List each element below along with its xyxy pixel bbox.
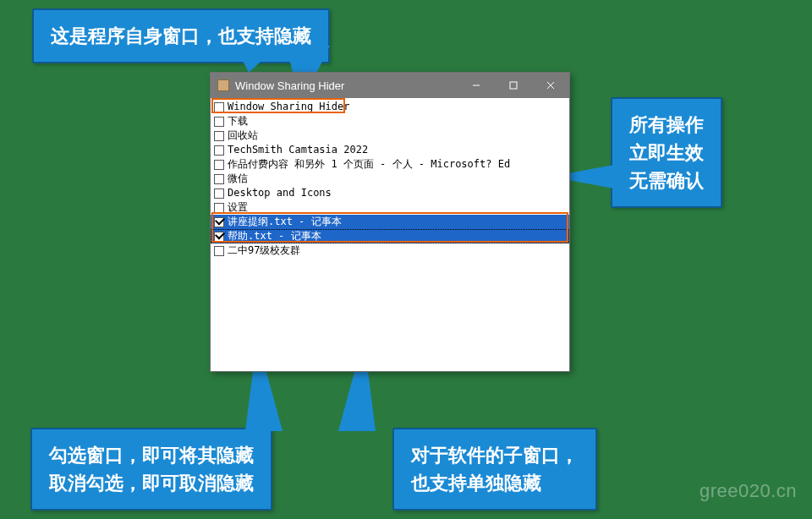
list-item[interactable]: 微信: [211, 172, 569, 186]
checkbox[interactable]: [214, 160, 224, 170]
minimize-button[interactable]: [458, 73, 495, 98]
maximize-button[interactable]: [495, 73, 532, 98]
callout-arrow-icon: [237, 49, 274, 73]
checkbox[interactable]: [214, 217, 224, 227]
list-item-label: 回收站: [228, 128, 258, 143]
list-item[interactable]: 设置: [211, 200, 569, 215]
list-item-label: 帮助.txt - 记事本: [228, 229, 321, 243]
list-item-label: Desktop and Icons: [228, 186, 332, 200]
list-item-label: Window Sharing Hider: [228, 100, 350, 114]
window-checklist: Window Sharing Hider下载回收站TechSmith Camta…: [211, 98, 569, 258]
checkbox[interactable]: [214, 246, 224, 256]
list-item[interactable]: 回收站: [211, 128, 569, 143]
list-item-label: 二中97级校友群: [228, 243, 300, 258]
checkbox[interactable]: [214, 117, 224, 127]
svg-rect-1: [510, 82, 517, 89]
list-item-label: 下载: [228, 114, 248, 128]
list-item[interactable]: 讲座提纲.txt - 记事本: [211, 215, 569, 229]
watermark-text: gree020.cn: [700, 480, 797, 502]
callout-immediate: 所有操作立即生效无需确认: [611, 97, 722, 208]
callout-check-hide: 勾选窗口，即可将其隐藏取消勾选，即可取消隐藏: [30, 428, 272, 511]
checkbox[interactable]: [214, 203, 224, 213]
app-window: Window Sharing Hider Window Sharing Hide…: [210, 72, 570, 372]
checkbox[interactable]: [214, 131, 224, 141]
list-item[interactable]: 下载: [211, 114, 569, 128]
checkbox[interactable]: [214, 102, 224, 112]
list-item-label: TechSmith Camtasia 2022: [228, 143, 368, 157]
checkbox[interactable]: [214, 188, 224, 199]
close-button[interactable]: [532, 73, 569, 98]
list-item[interactable]: 二中97级校友群: [211, 243, 569, 258]
list-item[interactable]: 帮助.txt - 记事本: [211, 229, 569, 243]
app-icon: [217, 79, 229, 91]
list-item-label: 讲座提纲.txt - 记事本: [228, 215, 342, 229]
list-item-label: 设置: [228, 200, 248, 215]
checkbox[interactable]: [214, 145, 224, 156]
list-item-label: 作品付费内容 和另外 1 个页面 - 个人 - Microsoft? Ed: [228, 157, 510, 172]
titlebar[interactable]: Window Sharing Hider: [211, 73, 569, 98]
checkbox[interactable]: [214, 174, 224, 184]
checkbox[interactable]: [214, 232, 224, 242]
list-item[interactable]: Desktop and Icons: [211, 186, 569, 200]
list-item-label: 微信: [228, 172, 248, 186]
window-title: Window Sharing Hider: [235, 79, 344, 92]
list-item[interactable]: TechSmith Camtasia 2022: [211, 143, 569, 157]
list-item[interactable]: 作品付费内容 和另外 1 个页面 - 个人 - Microsoft? Ed: [211, 157, 569, 172]
list-item[interactable]: Window Sharing Hider: [211, 100, 569, 114]
callout-subwindow: 对于软件的子窗口，也支持单独隐藏: [392, 428, 597, 511]
